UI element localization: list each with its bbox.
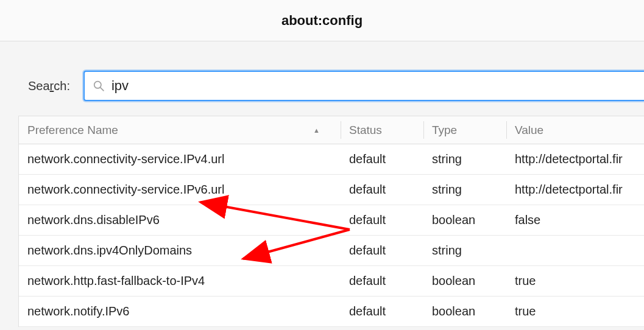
page-title: about:config	[281, 13, 363, 29]
column-header-type[interactable]: Type	[423, 116, 506, 144]
search-label: Search:	[28, 79, 70, 93]
table-header: Preference Name ▲ Status Type Value	[19, 116, 644, 144]
pref-type: boolean	[423, 205, 506, 235]
pref-value: true	[506, 266, 644, 296]
pref-type: string	[423, 236, 506, 265]
column-header-value[interactable]: Value	[506, 116, 644, 144]
column-header-name[interactable]: Preference Name ▲	[19, 116, 341, 144]
pref-status: default	[341, 175, 423, 205]
search-row: Search:	[0, 41, 644, 116]
table-row[interactable]: network.connectivity-service.IPv6.urldef…	[19, 175, 644, 205]
pref-type: boolean	[423, 266, 506, 296]
pref-type: string	[423, 175, 506, 205]
pref-name: network.dns.ipv4OnlyDomains	[19, 236, 341, 265]
table-row[interactable]: network.dns.disableIPv6defaultbooleanfal…	[19, 205, 644, 236]
table-row[interactable]: network.notify.IPv6defaultbooleantrue	[19, 297, 644, 327]
pref-name: network.connectivity-service.IPv4.url	[19, 144, 341, 174]
preferences-table: Preference Name ▲ Status Type Value netw…	[18, 116, 644, 327]
title-bar: about:config	[0, 0, 644, 41]
pref-value: http://detectportal.fir	[506, 144, 644, 174]
table-row[interactable]: network.connectivity-service.IPv4.urldef…	[19, 144, 644, 175]
pref-value: http://detectportal.fir	[506, 175, 644, 205]
search-input[interactable]	[110, 77, 635, 94]
pref-status: default	[341, 266, 423, 296]
pref-status: default	[341, 144, 423, 174]
pref-status: default	[341, 297, 423, 326]
pref-name: network.notify.IPv6	[19, 297, 341, 326]
pref-type: boolean	[423, 297, 506, 326]
pref-name: network.dns.disableIPv6	[19, 205, 341, 235]
svg-line-1	[101, 88, 104, 91]
pref-value: true	[506, 297, 644, 326]
sort-ascending-icon: ▲	[313, 127, 320, 134]
pref-status: default	[341, 205, 423, 235]
column-header-status[interactable]: Status	[341, 116, 423, 144]
pref-name: network.http.fast-fallback-to-IPv4	[19, 266, 341, 296]
pref-status: default	[341, 236, 423, 265]
pref-value: false	[506, 205, 644, 235]
table-row[interactable]: network.http.fast-fallback-to-IPv4defaul…	[19, 266, 644, 297]
pref-type: string	[423, 144, 506, 174]
table-row[interactable]: network.dns.ipv4OnlyDomainsdefaultstring	[19, 236, 644, 266]
search-box[interactable]	[83, 71, 644, 101]
search-icon	[93, 80, 104, 91]
pref-name: network.connectivity-service.IPv6.url	[19, 175, 341, 205]
pref-value	[506, 236, 644, 265]
